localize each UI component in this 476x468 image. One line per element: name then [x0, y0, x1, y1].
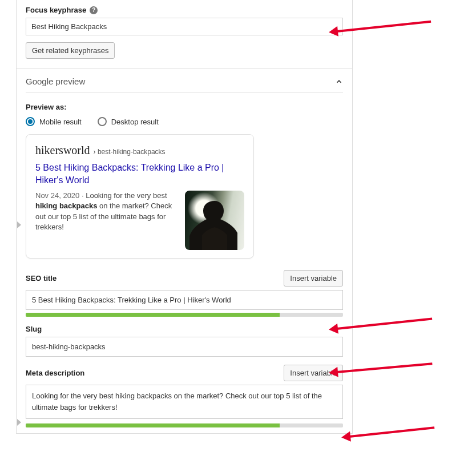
serp-domain: hikersworld — [35, 144, 90, 157]
insert-variable-button[interactable]: Insert variable — [284, 270, 343, 287]
seo-title-field: SEO title Insert variable — [17, 268, 352, 322]
slug-input[interactable] — [26, 337, 343, 357]
serp-title: 5 Best Hiking Backpacks: Trekking Like a… — [35, 162, 244, 186]
radio-icon — [26, 117, 35, 126]
seo-title-input[interactable] — [26, 290, 343, 310]
slug-field: Slug — [17, 322, 352, 362]
slug-label: Slug — [26, 325, 42, 333]
serp-date: Nov 24, 2020 — [35, 191, 79, 200]
radio-desktop-label: Desktop result — [111, 118, 159, 126]
serp-thumbnail — [185, 191, 244, 250]
serp-breadcrumb: hikersworld › best-hiking-backpacks — [35, 144, 244, 157]
radio-mobile-result[interactable]: Mobile result — [26, 117, 82, 126]
caret-right-icon[interactable] — [17, 221, 21, 228]
preview-as-section: Preview as: Mobile result Desktop result — [17, 97, 352, 134]
serp-path: › best-hiking-backpacks — [94, 148, 166, 156]
caret-right-icon[interactable] — [17, 419, 21, 426]
get-related-keyphrases-button[interactable]: Get related keyphrases — [26, 42, 115, 59]
preview-as-label: Preview as: — [26, 103, 67, 111]
meta-description-input[interactable] — [26, 385, 343, 419]
meta-description-progress — [26, 423, 343, 427]
focus-keyphrase-label: Focus keyphrase — [26, 6, 86, 14]
radio-icon — [98, 117, 107, 126]
serp-preview-card: hikersworld › best-hiking-backpacks 5 Be… — [26, 134, 254, 259]
divider — [26, 92, 343, 92]
focus-keyphrase-section: Focus keyphrase ? Get related keyphrases — [17, 0, 352, 68]
meta-description-field: Meta description Insert variable — [17, 362, 352, 433]
radio-desktop-result[interactable]: Desktop result — [98, 117, 159, 126]
radio-mobile-label: Mobile result — [39, 118, 82, 126]
google-preview-title: Google preview — [26, 76, 85, 86]
serp-description: Nov 24, 2020 · Looking for the very best… — [35, 191, 177, 250]
seo-title-progress — [26, 313, 343, 317]
focus-keyphrase-input[interactable] — [26, 18, 343, 35]
google-preview-toggle[interactable]: Google preview — [17, 68, 352, 92]
help-icon[interactable]: ? — [90, 6, 98, 14]
seo-title-label: SEO title — [26, 274, 57, 283]
meta-description-label: Meta description — [26, 369, 84, 377]
seo-panel: Focus keyphrase ? Get related keyphrases… — [16, 0, 353, 434]
annotation-arrow — [349, 426, 435, 438]
chevron-up-icon — [335, 78, 343, 86]
